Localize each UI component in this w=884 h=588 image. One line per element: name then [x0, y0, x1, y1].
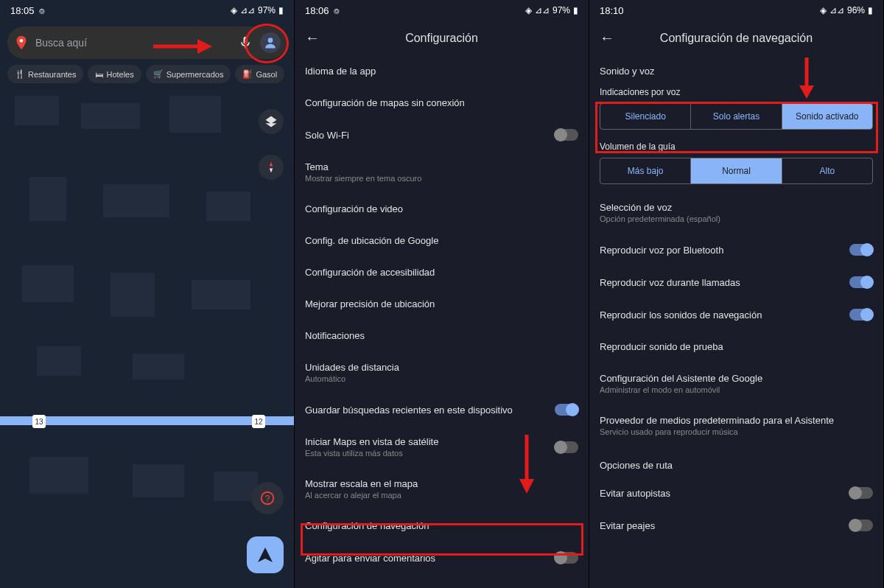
bed-icon: 🛏: [95, 70, 103, 79]
annotation-box: [301, 523, 583, 556]
page-title: Configuración de navegación: [622, 32, 851, 45]
nav-setting-item-2[interactable]: Reproducir voz durante llamadas: [600, 266, 873, 298]
maps-screen: 13 12 18:05 ⌾ ◈ ⊿⊿ 97% ▮ Busca aquí 🍴Res…: [0, 0, 295, 588]
settings-list: Idioma de la appConfiguración de mapas s…: [295, 55, 589, 574]
annotation-box: [595, 102, 878, 153]
chip-supermarkets[interactable]: 🛒Supermercados: [146, 65, 231, 83]
toggle-switch[interactable]: [849, 276, 873, 288]
section-sound: Sonido y voz: [589, 55, 883, 83]
voice-indications-label: Indicaciones por voz: [589, 83, 883, 100]
whatsapp-icon: ⌾: [334, 5, 340, 16]
setting-label: Configuración del Asistente de GoogleAdm…: [600, 373, 873, 394]
status-bar: 18:05 ⌾ ◈ ⊿⊿ 97% ▮: [0, 0, 294, 21]
annotation-circle: [245, 24, 289, 63]
header: ← Configuración: [295, 21, 589, 55]
setting-label: Configuración de mapas sin conexión: [305, 97, 578, 108]
setting-label: Reproducir sonido de prueba: [600, 341, 873, 352]
svg-text:?: ?: [264, 493, 270, 504]
setting-label: Mejorar precisión de ubicación: [305, 298, 578, 309]
setting-label: Evitar peajes: [600, 520, 849, 531]
cart-icon: 🛒: [153, 69, 164, 79]
annotation-arrow: [153, 35, 212, 57]
category-chips: 🍴Restaurantes 🛏Hoteles 🛒Supermercados ⛽G…: [0, 65, 294, 83]
setting-label: Solo Wi-Fi: [305, 130, 555, 141]
nav-setting-item-1[interactable]: Reproducir voz por Bluetooth: [600, 234, 873, 266]
setting-label: Unidades de distanciaAutomático: [305, 362, 578, 383]
back-button[interactable]: ←: [600, 29, 622, 46]
setting-item-3[interactable]: TemaMostrar siempre en tema oscuro: [305, 151, 578, 193]
chip-hotels[interactable]: 🛏Hoteles: [88, 65, 141, 83]
section-route: Opciones de ruta: [589, 447, 883, 477]
status-bar: 18:10 ◈⊿⊿96%▮: [589, 0, 883, 21]
toggle-switch[interactable]: [555, 404, 578, 416]
page-title: Configuración: [327, 32, 556, 45]
route-marker[interactable]: 12: [252, 415, 265, 428]
nav-setting-item-5[interactable]: Configuración del Asistente de GoogleAdm…: [600, 363, 873, 405]
map-background[interactable]: 13 12: [0, 0, 294, 588]
header: ← Configuración de navegación: [589, 21, 883, 55]
setting-item-1[interactable]: Configuración de mapas sin conexión: [305, 87, 578, 119]
gas-icon: ⛽: [242, 69, 253, 79]
toggle-switch[interactable]: [849, 487, 873, 499]
navigate-fab[interactable]: [247, 536, 284, 573]
svg-point-0: [20, 39, 24, 43]
nav-settings-screen: 18:10 ◈⊿⊿96%▮ ← Configuración de navegac…: [589, 0, 884, 588]
setting-item-9[interactable]: Unidades de distanciaAutomático: [305, 351, 578, 393]
setting-label: Idioma de la app: [305, 66, 578, 77]
compass-button[interactable]: [259, 155, 284, 180]
settings-screen: 18:06⌾ ◈⊿⊿97%▮ ← Configuración Idioma de…: [295, 0, 589, 588]
setting-item-0[interactable]: Idioma de la app: [305, 55, 578, 87]
battery-icon: ▮: [278, 5, 284, 15]
battery-text: 97%: [552, 5, 570, 15]
setting-label: Config. de ubicación de Google: [305, 235, 578, 246]
volume-option-0[interactable]: Más bajo: [600, 158, 691, 183]
chip-restaurants[interactable]: 🍴Restaurantes: [7, 65, 83, 83]
setting-item-6[interactable]: Configuración de accesibilidad: [305, 256, 578, 288]
toggle-switch[interactable]: [849, 244, 873, 256]
setting-item-2[interactable]: Solo Wi-Fi: [305, 119, 578, 151]
chip-gas[interactable]: ⛽Gasol: [235, 65, 284, 83]
battery-icon: ▮: [868, 5, 873, 15]
status-bar: 18:06⌾ ◈⊿⊿97%▮: [295, 0, 589, 21]
svg-marker-7: [519, 479, 534, 494]
setting-label: TemaMostrar siempre en tema oscuro: [305, 161, 578, 183]
help-fab[interactable]: ?: [251, 482, 284, 514]
nav-setting-item-0[interactable]: Selección de vozOpción predeterminada (e…: [600, 192, 873, 234]
battery-text: 96%: [847, 5, 865, 15]
toggle-switch[interactable]: [555, 441, 578, 453]
setting-item-8[interactable]: Notificaciones: [305, 320, 578, 351]
route-options-list: Evitar autopistasEvitar peajes: [589, 477, 883, 542]
route-option-0[interactable]: Evitar autopistas: [600, 477, 873, 509]
setting-label: Notificaciones: [305, 330, 578, 341]
svg-marker-9: [799, 85, 814, 99]
toggle-switch[interactable]: [849, 519, 873, 531]
back-button[interactable]: ←: [305, 29, 327, 46]
battery-icon: ▮: [573, 5, 578, 15]
setting-label: Guardar búsquedas recientes en este disp…: [305, 405, 555, 416]
volume-segmented-control: Más bajoNormalAlto: [600, 158, 873, 184]
route-marker[interactable]: 13: [32, 415, 46, 428]
wifi-icon: ◈: [231, 5, 237, 15]
toggle-switch[interactable]: [849, 309, 873, 321]
setting-label: Selección de vozOpción predeterminada (e…: [600, 202, 873, 223]
volume-option-2[interactable]: Alto: [782, 158, 872, 183]
layers-button[interactable]: [259, 109, 284, 134]
setting-item-5[interactable]: Config. de ubicación de Google: [305, 225, 578, 256]
setting-item-7[interactable]: Mejorar precisión de ubicación: [305, 288, 578, 320]
route-option-1[interactable]: Evitar peajes: [600, 509, 873, 542]
volume-option-1[interactable]: Normal: [691, 158, 782, 183]
nav-setting-item-3[interactable]: Reproducir los sonidos de navegación: [600, 298, 873, 331]
settings-list: Selección de vozOpción predeterminada (e…: [589, 192, 883, 447]
battery-text: 97%: [258, 5, 276, 15]
setting-label: Evitar autopistas: [600, 488, 849, 499]
signal-icon: ⊿⊿: [829, 5, 844, 15]
status-time: 18:05: [10, 5, 35, 16]
setting-item-10[interactable]: Guardar búsquedas recientes en este disp…: [305, 393, 578, 426]
nav-setting-item-6[interactable]: Proveedor de medios predeterminado para …: [600, 405, 873, 447]
toggle-switch[interactable]: [555, 129, 578, 141]
whatsapp-icon: ⌾: [39, 5, 45, 16]
setting-item-4[interactable]: Configuración de video: [305, 193, 578, 225]
setting-label: Configuración de accesibilidad: [305, 267, 578, 278]
nav-setting-item-4[interactable]: Reproducir sonido de prueba: [600, 331, 873, 363]
wifi-icon: ◈: [820, 5, 827, 15]
